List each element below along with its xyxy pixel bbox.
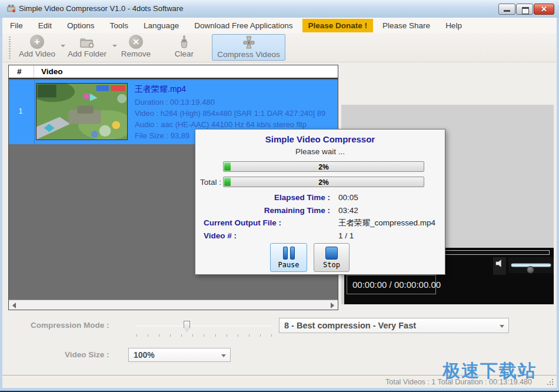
volume-slider[interactable] [508,257,554,273]
total-label: Total : [197,178,221,187]
video-filename: 王者荣耀.mp4 [135,84,335,95]
stop-button[interactable]: Stop [314,243,350,272]
total-progress-bar: 2% [223,177,424,187]
compression-mode-slider[interactable] [137,321,272,337]
add-video-button[interactable]: + Add Video [15,34,59,61]
close-button[interactable] [534,4,554,15]
compression-mode-select[interactable]: 8 - Best compression - Very Fast [279,318,509,333]
current-progress-label: 2% [224,163,424,171]
volume-icon[interactable] [493,257,506,275]
elapsed-time-row: Elapsed Time : 00:05 [204,191,439,204]
menu-help[interactable]: Help [438,19,470,32]
toolbar: + Add Video Add Folder ✕ Remove [2,33,557,62]
stop-icon [325,247,338,260]
menu-please-donate[interactable]: Please Donate ! [302,19,374,32]
resize-grip-icon[interactable] [546,378,553,385]
compress-icon [241,35,257,50]
menu-file[interactable]: File [2,19,31,32]
title-bar[interactable]: Simple Video Compressor V1.0 - 4dots Sof… [0,0,559,18]
slider-ticks [137,334,272,337]
pause-button[interactable]: Pause [270,243,307,272]
video-thumbnail [36,83,128,140]
volume-knob[interactable] [527,266,534,274]
dialog-fields: Elapsed Time : 00:05 Remaining Time : 03… [204,191,439,242]
dialog-title: Simple Video Compressor [195,134,445,144]
maximize-button[interactable] [516,4,533,15]
time-display: 00:00:00 / 00:00:00.00 [347,275,436,294]
total-progress-label: 2% [224,178,424,187]
menu-tools[interactable]: Tools [102,19,137,32]
column-video[interactable]: Video [34,65,63,78]
app-icon [6,4,16,14]
menu-bar: File Edit Options Tools Language Downloa… [2,18,557,33]
compression-mode-label: Compression Mode : [31,321,109,330]
column-index[interactable]: # [9,65,34,78]
scroll-right-icon[interactable] [331,303,334,308]
scroll-left-icon[interactable] [12,303,16,308]
dialog-message: Please wait ... [195,147,445,156]
menu-edit[interactable]: Edit [31,19,59,32]
slider-thumb[interactable] [184,321,190,332]
minimize-button[interactable] [498,4,515,15]
video-stream-info: Video : h264 (High) 854x480 [SAR 1:1 DAR… [135,108,335,119]
add-folder-icon [79,34,95,49]
remaining-time-row: Remaining Time : 03:42 [204,204,439,217]
volume-groove[interactable] [511,263,551,267]
remove-icon: ✕ [129,34,143,49]
watermark: 极速下载站 [442,359,537,383]
pause-icon [283,247,295,260]
toolbar-grip [9,36,11,59]
clear-icon [179,34,189,49]
compress-videos-button[interactable]: Compress Videos [212,34,285,61]
remove-button[interactable]: ✕ Remove [118,34,154,61]
video-number-row: Video # : 1 / 1 [204,230,439,242]
row-index: 1 [9,107,32,115]
menu-please-share[interactable]: Please Share [375,19,438,32]
menu-download-free-applications[interactable]: Download Free Applications [187,19,300,32]
video-duration: Duration : 00:13:19.480 [135,97,335,108]
menu-language[interactable]: Language [136,19,187,32]
window-title: Simple Video Compressor V1.0 - 4dots Sof… [19,4,183,13]
video-size-select[interactable]: 100% [128,348,231,362]
video-list-header: # Video [9,65,338,79]
current-output-file-row: Current Output File : 王者荣耀_compressed.mp… [204,217,439,230]
add-folder-button[interactable]: Add Folder [65,34,109,61]
clear-button[interactable]: Clear [168,34,200,61]
chevron-down-icon [221,354,226,357]
chevron-down-icon [500,325,504,328]
column-divider [34,80,35,144]
slider-track [137,325,272,326]
app-window: Simple Video Compressor V1.0 - 4dots Sof… [0,0,559,392]
video-size-label: Video Size : [65,350,109,359]
progress-dialog: Simple Video Compressor Please wait ... … [195,129,445,275]
menu-options[interactable]: Options [59,19,102,32]
add-folder-dropdown-icon[interactable] [112,45,117,47]
current-progress-bar: 2% [223,161,424,172]
horizontal-scrollbar[interactable] [9,300,338,310]
add-video-icon: + [30,34,44,49]
